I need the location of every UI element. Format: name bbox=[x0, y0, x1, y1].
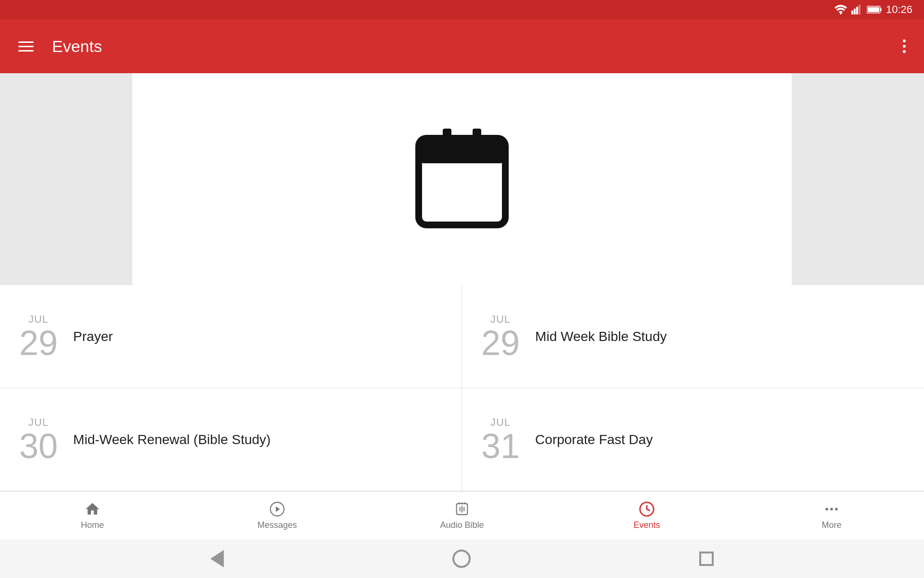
status-time: 10:26 bbox=[886, 3, 912, 16]
hero-left-panel bbox=[0, 73, 132, 285]
hamburger-line-1 bbox=[18, 41, 34, 43]
event-day-4: 31 bbox=[481, 429, 520, 463]
nav-item-home[interactable]: Home bbox=[0, 492, 185, 539]
hamburger-menu-button[interactable] bbox=[13, 37, 38, 56]
back-button[interactable] bbox=[210, 550, 224, 567]
event-date-4: JUL 31 bbox=[481, 416, 520, 463]
svg-rect-3 bbox=[859, 5, 860, 14]
recents-square-icon bbox=[699, 552, 714, 566]
calendar-hero-inner bbox=[0, 73, 924, 285]
events-list: JUL 29 Prayer JUL 29 Mid Week Bible Stud… bbox=[0, 285, 924, 491]
nav-label-events: Events bbox=[633, 520, 660, 530]
calendar-icon-container bbox=[132, 129, 792, 230]
svg-rect-0 bbox=[851, 11, 853, 14]
status-icons: 10:26 bbox=[834, 3, 912, 16]
svg-rect-1 bbox=[854, 9, 856, 14]
app-bar: Events bbox=[0, 19, 924, 73]
audio-bible-icon bbox=[454, 501, 470, 517]
status-bar: 10:26 bbox=[0, 0, 924, 19]
hamburger-line-2 bbox=[18, 46, 34, 47]
recents-button[interactable] bbox=[699, 552, 714, 566]
event-title-4: Corporate Fast Day bbox=[535, 432, 653, 447]
events-grid: JUL 29 Prayer JUL 29 Mid Week Bible Stud… bbox=[0, 285, 924, 491]
back-triangle-icon bbox=[210, 550, 224, 567]
system-nav-bar bbox=[0, 539, 924, 578]
event-item-4[interactable]: JUL 31 Corporate Fast Day bbox=[462, 388, 924, 491]
nav-label-more: More bbox=[821, 520, 841, 530]
nav-item-more[interactable]: More bbox=[739, 492, 924, 539]
calendar-large-icon bbox=[414, 129, 510, 230]
svg-point-24 bbox=[835, 508, 838, 511]
event-item-1[interactable]: JUL 29 Prayer bbox=[0, 285, 462, 388]
svg-rect-5 bbox=[880, 8, 882, 11]
event-date-1: JUL 29 bbox=[19, 313, 58, 360]
home-circle-icon bbox=[452, 550, 471, 568]
event-title-3: Mid-Week Renewal (Bible Study) bbox=[73, 432, 270, 447]
event-title-2: Mid Week Bible Study bbox=[535, 329, 667, 344]
event-item-3[interactable]: JUL 30 Mid-Week Renewal (Bible Study) bbox=[0, 388, 462, 491]
svg-rect-2 bbox=[856, 7, 858, 14]
nav-item-messages[interactable]: Messages bbox=[185, 492, 370, 539]
event-date-3: JUL 30 bbox=[19, 416, 58, 463]
nav-item-events[interactable]: Events bbox=[554, 492, 739, 539]
home-button[interactable] bbox=[452, 550, 471, 568]
nav-label-messages: Messages bbox=[257, 520, 297, 530]
event-day-3: 30 bbox=[19, 429, 58, 463]
svg-rect-12 bbox=[425, 171, 499, 218]
home-icon bbox=[84, 501, 101, 517]
svg-rect-11 bbox=[419, 154, 505, 161]
event-day-2: 29 bbox=[481, 326, 520, 360]
event-day-1: 29 bbox=[19, 326, 58, 360]
more-dot-1 bbox=[903, 39, 906, 42]
event-title-1: Prayer bbox=[73, 329, 113, 344]
nav-label-home: Home bbox=[81, 520, 104, 530]
svg-point-23 bbox=[830, 508, 833, 511]
hamburger-line-3 bbox=[18, 50, 34, 52]
more-dots-icon bbox=[823, 501, 840, 517]
wifi-icon bbox=[834, 5, 847, 14]
event-date-2: JUL 29 bbox=[481, 313, 520, 360]
bottom-nav: Home Messages Audio Bible Events bbox=[0, 491, 924, 539]
signal-icon bbox=[851, 5, 863, 14]
nav-label-audio-bible: Audio Bible bbox=[440, 520, 484, 530]
event-item-2[interactable]: JUL 29 Mid Week Bible Study bbox=[462, 285, 924, 388]
more-dot-3 bbox=[903, 50, 906, 53]
page-title: Events bbox=[52, 37, 898, 56]
events-icon bbox=[639, 501, 655, 517]
calendar-hero bbox=[0, 73, 924, 285]
svg-point-22 bbox=[825, 508, 828, 511]
messages-icon bbox=[269, 501, 285, 517]
battery-icon bbox=[867, 5, 882, 14]
nav-item-audio-bible[interactable]: Audio Bible bbox=[370, 492, 554, 539]
svg-rect-6 bbox=[868, 7, 879, 12]
hero-right-panel bbox=[792, 73, 924, 285]
more-dot-2 bbox=[903, 45, 906, 48]
svg-marker-14 bbox=[276, 506, 280, 512]
more-options-button[interactable] bbox=[898, 35, 911, 58]
